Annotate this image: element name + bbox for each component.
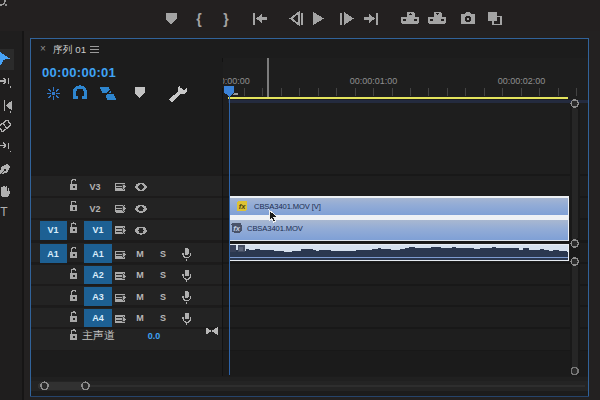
svg-text:S: S [160,270,166,280]
svg-text:A4: A4 [92,313,104,323]
svg-text:M: M [136,292,144,302]
svg-text:00:00:02:00: 00:00:02:00 [498,76,546,86]
svg-text:V3: V3 [89,182,100,192]
svg-text:M: M [136,249,144,259]
svg-text:主声道: 主声道 [82,329,115,341]
svg-text:{: { [196,11,202,27]
svg-text:0.0: 0.0 [148,331,161,341]
svg-text:A1: A1 [47,249,59,259]
svg-text:V1: V1 [92,225,103,235]
svg-text:S: S [160,292,166,302]
svg-text:CBSA3401.MOV: CBSA3401.MOV [247,224,304,233]
svg-text:A1: A1 [92,249,104,259]
svg-text:A2: A2 [92,270,104,280]
svg-text:M: M [136,313,144,323]
svg-text:}: } [223,11,229,27]
svg-text:V2: V2 [89,204,100,214]
svg-text:×: × [40,43,46,54]
svg-text:序列 01: 序列 01 [53,44,86,55]
svg-text:A3: A3 [92,292,104,302]
svg-text:M: M [136,270,144,280]
svg-text:T: T [0,205,8,219]
svg-text:fx: fx [233,224,240,233]
svg-text:S: S [160,313,166,323]
svg-text:00:00:01:00: 00:00:01:00 [350,76,398,86]
svg-text:00:00:00:01: 00:00:00:01 [42,65,116,80]
svg-text:fx: fx [239,202,246,211]
svg-text:S: S [160,249,166,259]
svg-text:CBSA3401.MOV [V]: CBSA3401.MOV [V] [254,202,321,211]
svg-text:V1: V1 [47,225,58,235]
